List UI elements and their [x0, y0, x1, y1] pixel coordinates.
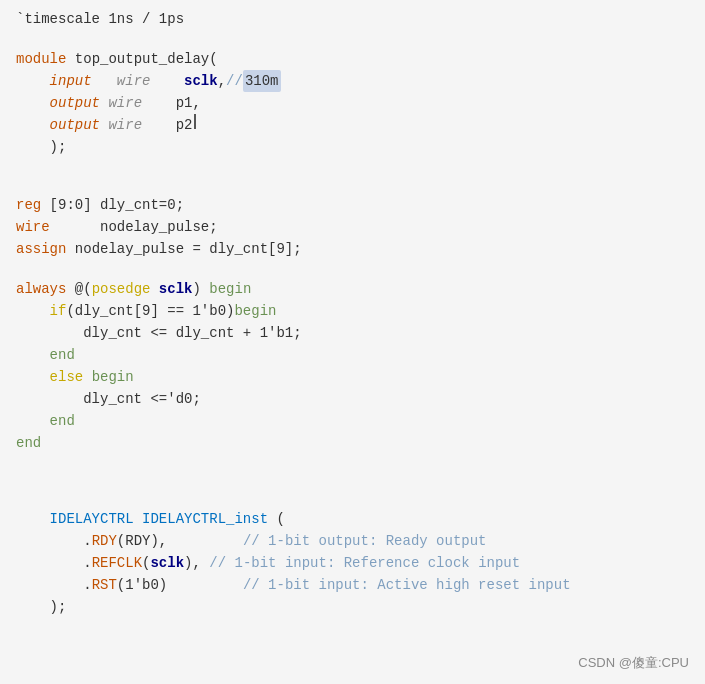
line-else: else begin	[0, 366, 705, 388]
line-always: always @( posedge sclk ) begin	[0, 278, 705, 300]
line-blank3	[0, 176, 705, 194]
line-dly-rst: dly_cnt <='d0;	[0, 388, 705, 410]
line-wire: wire nodelay_pulse;	[0, 216, 705, 238]
line-assign: assign nodelay_pulse = dly_cnt[9];	[0, 238, 705, 260]
line-module: module top_output_delay(	[0, 48, 705, 70]
line-blank4	[0, 260, 705, 278]
line-idelay-inst: IDELAYCTRL IDELAYCTRL_inst (	[0, 508, 705, 530]
line-blank6	[0, 472, 705, 490]
line-blank1	[0, 30, 705, 48]
line-rst-port: . RST (1'b0) // 1-bit input: Active high…	[0, 574, 705, 596]
line-output-p1: output wire p1,	[0, 92, 705, 114]
line-input-wire: input wire sclk , // 310m	[0, 70, 705, 92]
line-end3: end	[0, 432, 705, 454]
line-if: if (dly_cnt[9] == 1'b0) begin	[0, 300, 705, 322]
text-cursor	[194, 114, 196, 129]
line-close-paren: );	[0, 136, 705, 158]
line-blank5	[0, 454, 705, 472]
line-blank7	[0, 490, 705, 508]
line-reg: reg [9:0] dly_cnt=0;	[0, 194, 705, 216]
line-rdy-port: . RDY (RDY), // 1-bit output: Ready outp…	[0, 530, 705, 552]
line-timescale: `timescale 1ns / 1ps	[0, 8, 705, 30]
line-end2: end	[0, 410, 705, 432]
code-container: `timescale 1ns / 1ps module top_output_d…	[0, 0, 705, 684]
line-refclk-port: . REFCLK ( sclk ), // 1-bit input: Refer…	[0, 552, 705, 574]
line-dly-inc: dly_cnt <= dly_cnt + 1'b1;	[0, 322, 705, 344]
line-blank2	[0, 158, 705, 176]
line-output-p2: output wire p2	[0, 114, 705, 136]
line-close: );	[0, 596, 705, 618]
line-end1: end	[0, 344, 705, 366]
watermark: CSDN @傻童:CPU	[578, 654, 689, 672]
